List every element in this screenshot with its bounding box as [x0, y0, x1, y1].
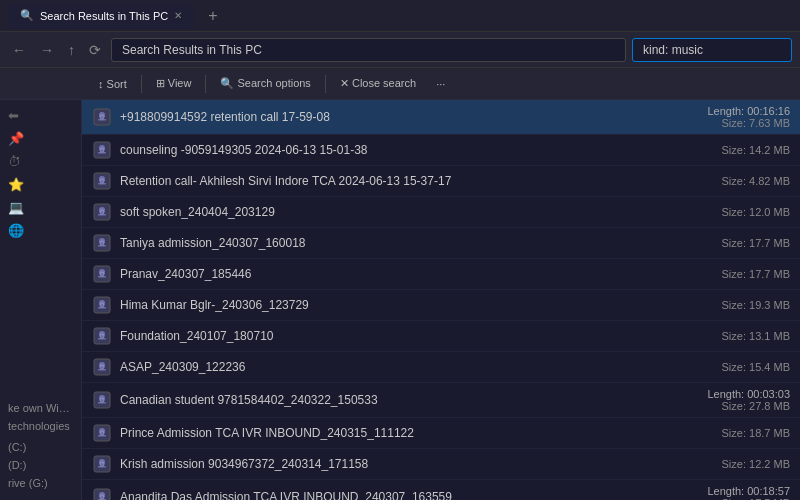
file-icon	[92, 454, 112, 474]
toolbar: ↕ Sort ⊞ View 🔍 Search options ✕ Close s…	[0, 68, 800, 100]
sidebar-icon-1[interactable]: ⬅	[0, 104, 81, 127]
file-name: Prince Admission TCA IVR INBOUND_240315_…	[120, 426, 690, 440]
close-search-button[interactable]: ✕ Close search	[332, 74, 424, 93]
file-length: Length: 00:03:03	[707, 388, 790, 400]
file-size: Size: 12.0 MB	[722, 206, 790, 218]
file-meta: Size: 14.2 MB	[690, 144, 790, 156]
sidebar-bottom-theme[interactable]: ke own Windows Them...	[8, 399, 73, 417]
sidebar-bottom: ke own Windows Them... technologies (C:)…	[0, 391, 81, 500]
file-icon	[92, 107, 112, 127]
file-name: ASAP_240309_122236	[120, 360, 690, 374]
file-icon	[92, 487, 112, 500]
file-size: Size: 4.82 MB	[722, 175, 790, 187]
file-name: counseling -9059149305 2024-06-13 15-01-…	[120, 143, 690, 157]
table-row[interactable]: ASAP_240309_122236Size: 15.4 MB	[82, 352, 800, 383]
sidebar-bottom-c[interactable]: (C:)	[8, 435, 73, 456]
sidebar-bottom-d[interactable]: (D:)	[8, 456, 73, 474]
file-length: Length: 00:18:57	[707, 485, 790, 497]
file-icon	[92, 202, 112, 222]
sidebar-icon-computer: 💻	[8, 200, 24, 215]
view-button[interactable]: ⊞ View	[148, 74, 200, 93]
active-tab[interactable]: 🔍 Search Results in This PC ✕	[8, 3, 194, 29]
new-tab-button[interactable]: +	[202, 7, 223, 25]
file-meta: Length: 00:16:16Size: 7.63 MB	[690, 105, 790, 129]
sidebar: ⬅ 📌 ⏱ ⭐ 💻 🌐 ke own Windows Them... techn…	[0, 100, 82, 500]
up-button[interactable]: ↑	[64, 40, 79, 60]
file-size: Size: 7.63 MB	[722, 117, 790, 129]
sidebar-icon-star: ⭐	[8, 177, 24, 192]
table-row[interactable]: Foundation_240107_180710Size: 13.1 MB	[82, 321, 800, 352]
file-meta: Size: 13.1 MB	[690, 330, 790, 342]
separator-1	[141, 75, 142, 93]
table-row[interactable]: Krish admission 9034967372_240314_171158…	[82, 449, 800, 480]
file-name: Krish admission 9034967372_240314_171158	[120, 457, 690, 471]
forward-button[interactable]: →	[36, 40, 58, 60]
table-row[interactable]: Pranav_240307_185446Size: 17.7 MB	[82, 259, 800, 290]
file-icon	[92, 423, 112, 443]
file-icon	[92, 295, 112, 315]
table-row[interactable]: Retention call- Akhilesh Sirvi Indore TC…	[82, 166, 800, 197]
file-meta: Size: 17.7 MB	[690, 268, 790, 280]
search-options-button[interactable]: 🔍 Search options	[212, 74, 318, 93]
sidebar-bottom-tech[interactable]: technologies	[8, 417, 73, 435]
file-icon	[92, 264, 112, 284]
file-name: Anandita Das Admission TCA IVR INBOUND_2…	[120, 490, 690, 500]
file-name: Hima Kumar Bglr-_240306_123729	[120, 298, 690, 312]
file-size: Size: 17.7 MB	[722, 237, 790, 249]
tab-label: Search Results in This PC	[40, 10, 168, 22]
file-icon	[92, 233, 112, 253]
back-button[interactable]: ←	[8, 40, 30, 60]
file-icon	[92, 171, 112, 191]
table-row[interactable]: Canadian student 9781584402_240322_15053…	[82, 383, 800, 418]
file-meta: Size: 15.4 MB	[690, 361, 790, 373]
file-meta: Size: 17.7 MB	[690, 237, 790, 249]
separator-3	[325, 75, 326, 93]
file-name: Pranav_240307_185446	[120, 267, 690, 281]
sidebar-icon-2[interactable]: 📌	[0, 127, 81, 150]
title-bar: 🔍 Search Results in This PC ✕ +	[0, 0, 800, 32]
tab-close-button[interactable]: ✕	[174, 10, 182, 21]
separator-2	[205, 75, 206, 93]
sidebar-icon-5[interactable]: 💻	[0, 196, 81, 219]
tab-icon: 🔍	[20, 9, 34, 22]
table-row[interactable]: Hima Kumar Bglr-_240306_123729Size: 19.3…	[82, 290, 800, 321]
sidebar-icon-3[interactable]: ⏱	[0, 150, 81, 173]
file-meta: Length: 00:18:57Size: 17.5 MB	[690, 485, 790, 500]
table-row[interactable]: counseling -9059149305 2024-06-13 15-01-…	[82, 135, 800, 166]
table-row[interactable]: +918809914592 retention call 17-59-08Len…	[82, 100, 800, 135]
more-button[interactable]: ···	[428, 75, 453, 93]
file-meta: Size: 19.3 MB	[690, 299, 790, 311]
file-list: +918809914592 retention call 17-59-08Len…	[82, 100, 800, 500]
file-size: Size: 18.7 MB	[722, 427, 790, 439]
address-input[interactable]	[111, 38, 626, 62]
table-row[interactable]: soft spoken_240404_203129Size: 12.0 MB	[82, 197, 800, 228]
sort-button[interactable]: ↕ Sort	[90, 75, 135, 93]
file-icon	[92, 140, 112, 160]
sidebar-bottom-g[interactable]: rive (G:)	[8, 474, 73, 492]
file-meta: Length: 00:03:03Size: 27.8 MB	[690, 388, 790, 412]
file-name: +918809914592 retention call 17-59-08	[120, 110, 690, 124]
file-meta: Size: 18.7 MB	[690, 427, 790, 439]
file-meta: Size: 12.2 MB	[690, 458, 790, 470]
file-name: soft spoken_240404_203129	[120, 205, 690, 219]
file-size: Size: 27.8 MB	[722, 400, 790, 412]
sidebar-icon-6[interactable]: 🌐	[0, 219, 81, 242]
table-row[interactable]: Taniya admission_240307_160018Size: 17.7…	[82, 228, 800, 259]
file-length: Length: 00:16:16	[707, 105, 790, 117]
sidebar-icon-4[interactable]: ⭐	[0, 173, 81, 196]
file-size: Size: 17.7 MB	[722, 268, 790, 280]
file-name: Canadian student 9781584402_240322_15053…	[120, 393, 690, 407]
table-row[interactable]: Anandita Das Admission TCA IVR INBOUND_2…	[82, 480, 800, 500]
sidebar-icon-history: ⏱	[8, 154, 21, 169]
search-input[interactable]	[632, 38, 792, 62]
file-icon	[92, 390, 112, 410]
file-size: Size: 13.1 MB	[722, 330, 790, 342]
refresh-button[interactable]: ⟳	[85, 40, 105, 60]
file-icon	[92, 357, 112, 377]
sidebar-icon-pin: 📌	[8, 131, 24, 146]
file-size: Size: 12.2 MB	[722, 458, 790, 470]
file-name: Retention call- Akhilesh Sirvi Indore TC…	[120, 174, 690, 188]
address-bar: ← → ↑ ⟳	[0, 32, 800, 68]
table-row[interactable]: Prince Admission TCA IVR INBOUND_240315_…	[82, 418, 800, 449]
sidebar-icon-network: 🌐	[8, 223, 24, 238]
